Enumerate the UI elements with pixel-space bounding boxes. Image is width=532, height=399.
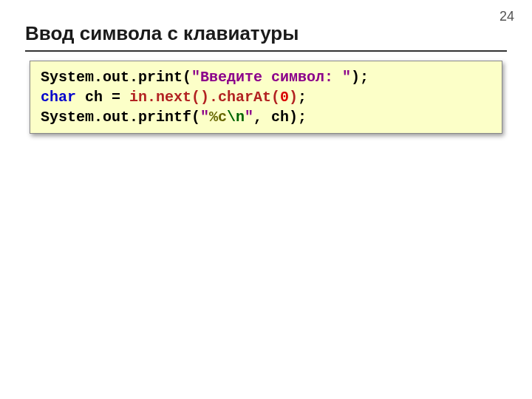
code-block: System.out.print("Введите символ: "); ch… xyxy=(30,61,502,134)
slide: 24 Ввод символа с клавиатуры System.out.… xyxy=(0,0,532,399)
code-text: , ch); xyxy=(253,109,307,126)
code-escape: \n xyxy=(227,109,245,126)
code-text: System.out.print( xyxy=(41,69,191,86)
code-text: System.out.printf( xyxy=(41,109,200,126)
page-number: 24 xyxy=(499,9,514,24)
code-format: %c xyxy=(209,109,227,126)
code-string: " xyxy=(245,109,253,126)
code-number: 0 xyxy=(280,89,289,106)
code-call: ) xyxy=(289,89,298,106)
code-keyword: char xyxy=(41,89,76,106)
code-text: ch = xyxy=(76,89,129,106)
slide-title: Ввод символа с клавиатуры xyxy=(25,22,299,45)
title-underline xyxy=(25,50,507,52)
code-text: ; xyxy=(298,89,307,106)
code-string: " xyxy=(200,109,209,126)
code-text: ); xyxy=(351,69,369,86)
code-call: in.next().charAt( xyxy=(129,89,280,106)
code-string: "Введите символ: " xyxy=(191,69,351,86)
